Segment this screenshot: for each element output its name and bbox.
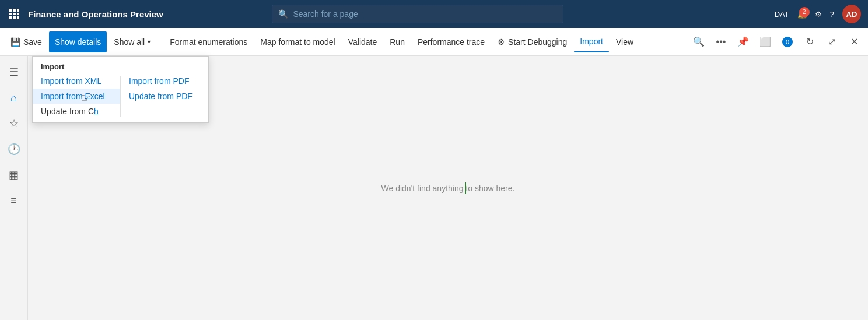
view-button[interactable]: View bbox=[610, 31, 639, 52]
svg-rect-4 bbox=[13, 13, 16, 15]
nav-grid-icon[interactable] bbox=[7, 7, 21, 21]
sidebar-item-recent[interactable]: 🕐 bbox=[2, 138, 26, 161]
sidebar-item-list[interactable]: ≡ bbox=[2, 189, 26, 212]
cursor-indicator bbox=[465, 182, 466, 194]
user-label: DAT bbox=[775, 10, 789, 19]
run-button[interactable]: Run bbox=[384, 31, 411, 52]
save-icon: 💾 bbox=[10, 37, 20, 47]
debug-icon: ⚙ bbox=[498, 37, 505, 47]
import-excel-item[interactable]: Import from Excel bbox=[33, 89, 120, 104]
chevron-down-icon: ▾ bbox=[148, 38, 150, 45]
popout-icon[interactable]: ⤢ bbox=[822, 33, 841, 51]
refresh-icon[interactable]: ↻ bbox=[800, 33, 819, 51]
update-pdf-item[interactable]: Update from PDF bbox=[121, 89, 208, 104]
import-xml-item[interactable]: Import from XML bbox=[33, 73, 120, 89]
left-sidebar: ☰ ⌂ ☆ 🕐 ▦ ≡ bbox=[0, 56, 28, 320]
app-title: Finance and Operations Preview bbox=[28, 9, 163, 19]
side-panel-icon[interactable]: ⬜ bbox=[756, 33, 775, 51]
start-debugging-button[interactable]: ⚙ Start Debugging bbox=[492, 31, 573, 52]
sidebar-item-workspaces[interactable]: ▦ bbox=[2, 163, 26, 187]
import-pdf-item[interactable]: Import from PDF bbox=[121, 73, 208, 89]
show-all-button[interactable]: Show all ▾ bbox=[108, 31, 156, 52]
empty-message: We didn't find anything to show here. bbox=[382, 184, 515, 193]
search-toolbar-icon[interactable]: 🔍 bbox=[690, 33, 708, 51]
format-enumerations-button[interactable]: Format enumerations bbox=[164, 31, 253, 52]
performance-trace-button[interactable]: Performance trace bbox=[412, 31, 491, 52]
counter-badge[interactable]: 0 bbox=[778, 33, 797, 51]
svg-rect-3 bbox=[9, 13, 12, 15]
import-dropdown: Import Import from XML Import from Excel… bbox=[32, 56, 209, 123]
dropdown-col-2: Import from PDF Update from PDF bbox=[121, 73, 208, 119]
sidebar-item-home[interactable]: ⌂ bbox=[2, 86, 26, 110]
show-details-button[interactable]: Show details bbox=[49, 31, 107, 52]
settings-icon[interactable]: ⚙ bbox=[815, 10, 822, 19]
import-button[interactable]: Import bbox=[574, 31, 609, 52]
svg-rect-6 bbox=[9, 16, 12, 19]
more-options-icon[interactable]: ••• bbox=[712, 33, 730, 51]
avatar[interactable]: AD bbox=[842, 5, 861, 23]
update-csv-item[interactable]: Update from Ch bbox=[33, 104, 120, 119]
notification-badge: 2 bbox=[799, 7, 810, 17]
search-input[interactable] bbox=[293, 9, 557, 19]
sidebar-item-menu[interactable]: ☰ bbox=[2, 61, 26, 84]
separator-1 bbox=[160, 34, 160, 50]
search-icon: 🔍 bbox=[278, 9, 288, 19]
sidebar-item-favorites[interactable]: ☆ bbox=[2, 112, 26, 135]
svg-rect-8 bbox=[17, 16, 19, 19]
validate-button[interactable]: Validate bbox=[342, 31, 383, 52]
svg-rect-7 bbox=[13, 16, 16, 19]
svg-rect-1 bbox=[13, 9, 16, 12]
svg-rect-2 bbox=[17, 9, 19, 12]
notifications-icon[interactable]: 🔔 2 bbox=[797, 10, 807, 19]
map-format-button[interactable]: Map format to model bbox=[254, 31, 341, 52]
pin-icon[interactable]: 📌 bbox=[734, 33, 752, 51]
svg-rect-5 bbox=[17, 13, 19, 15]
dropdown-header: Import bbox=[33, 60, 208, 73]
svg-rect-0 bbox=[9, 9, 12, 12]
help-icon[interactable]: ? bbox=[830, 10, 834, 19]
dropdown-col-1: Import from XML Import from Excel Update… bbox=[33, 73, 120, 119]
save-button[interactable]: 💾 Save bbox=[5, 31, 48, 52]
close-icon[interactable]: ✕ bbox=[845, 33, 863, 51]
